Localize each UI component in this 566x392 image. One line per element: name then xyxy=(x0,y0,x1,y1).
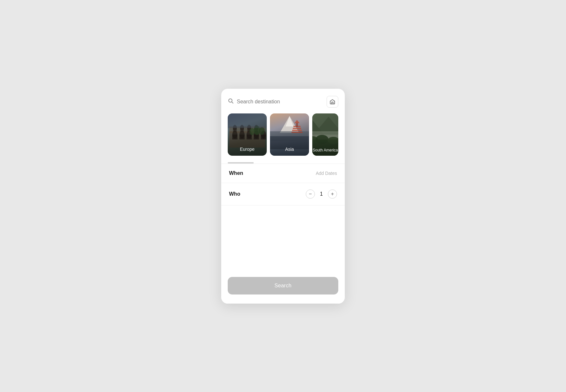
search-icon xyxy=(228,98,234,105)
plus-icon: + xyxy=(331,191,334,197)
search-input[interactable] xyxy=(237,99,323,105)
who-row: Who − 1 + xyxy=(221,183,345,205)
app-card: Europe xyxy=(221,89,345,304)
search-bar xyxy=(221,89,345,113)
south-america-label: South America xyxy=(312,148,338,152)
destination-asia[interactable]: Asia xyxy=(270,113,309,156)
when-row[interactable]: When Add Dates xyxy=(221,164,345,183)
spacer xyxy=(221,205,345,270)
minus-icon: − xyxy=(309,191,312,197)
add-dates-action[interactable]: Add Dates xyxy=(316,171,337,176)
bottom-panel: When Add Dates Who − 1 + Search xyxy=(221,163,345,304)
home-button[interactable] xyxy=(327,96,338,108)
asia-label: Asia xyxy=(270,147,309,152)
destination-europe[interactable]: Europe xyxy=(228,113,267,156)
when-label: When xyxy=(229,170,243,176)
decrement-button[interactable]: − xyxy=(306,189,315,199)
who-label: Who xyxy=(229,191,240,197)
who-controls: − 1 + xyxy=(306,189,337,199)
destination-south-america[interactable]: South America xyxy=(312,113,338,156)
search-btn-container: Search xyxy=(221,270,345,304)
svg-line-1 xyxy=(232,102,233,103)
search-button[interactable]: Search xyxy=(228,277,338,294)
destinations-scroll: Europe xyxy=(221,113,345,162)
europe-label: Europe xyxy=(228,147,267,152)
guest-count: 1 xyxy=(319,191,324,197)
increment-button[interactable]: + xyxy=(328,189,337,199)
